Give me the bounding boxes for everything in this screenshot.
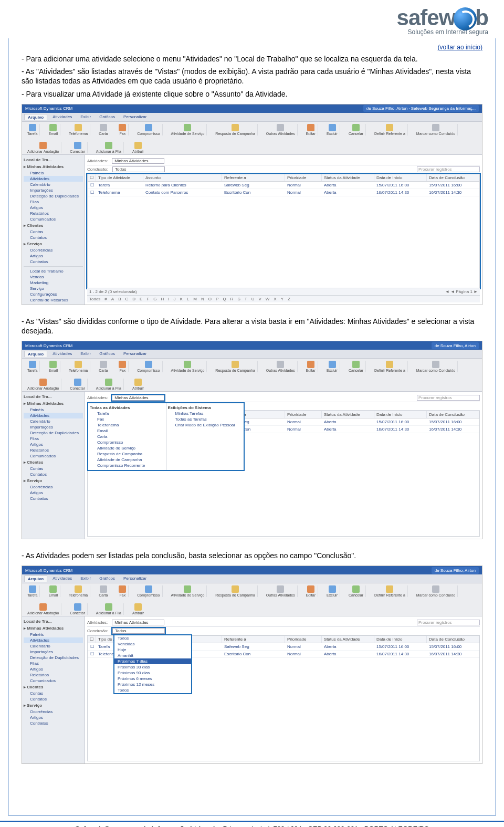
- sidebar-item[interactable]: Atividades: [24, 413, 83, 418]
- sidebar-item[interactable]: Calendário: [24, 182, 83, 187]
- ribbon-cmd[interactable]: Atividade de Serviço: [169, 361, 207, 372]
- ribbon-cmd[interactable]: Conectar: [68, 142, 87, 153]
- table-row[interactable]: ☐TarefaRetorno para ClientesSafeweb SegN…: [88, 182, 479, 189]
- ribbon-tabs[interactable]: Arquivo AtividadesExibir GráficosPersona…: [22, 113, 482, 122]
- logo-globe-icon: [454, 7, 477, 30]
- sidebar-item[interactable]: Artigos: [24, 442, 83, 447]
- ribbon-cmd[interactable]: Outras Atividades: [264, 585, 298, 597]
- view-dropdown-panel[interactable]: Todas as AtividadesTarefaFaxTelefonemaEm…: [87, 402, 245, 471]
- ribbon-cmd[interactable]: Adicionar Anotação: [25, 379, 61, 390]
- sidebar-item[interactable]: Comunicados: [24, 453, 83, 459]
- ribbon-cmd[interactable]: Excluir: [324, 124, 340, 135]
- ribbon-cmd[interactable]: Atividade de Serviço: [169, 124, 207, 135]
- nav-area[interactable]: Configurações: [24, 291, 83, 297]
- ribbon-cmd[interactable]: Resposta de Campanha: [213, 124, 258, 135]
- ribbon-cmd[interactable]: Fax: [117, 585, 129, 597]
- search-input[interactable]: Procurar registros: [417, 166, 480, 172]
- nav-area[interactable]: Marketing: [24, 280, 83, 286]
- nav-area[interactable]: Local de Trabalho: [24, 268, 83, 274]
- conclusao-dropdown[interactable]: Todos: [112, 628, 165, 634]
- ribbon-cmd[interactable]: Excluir: [324, 585, 340, 597]
- view-dropdown[interactable]: Minhas Atividades: [112, 158, 164, 164]
- sidebar-item[interactable]: Filas: [24, 199, 83, 205]
- ribbon-cmd[interactable]: Fax: [117, 124, 129, 135]
- table-row[interactable]: ☐TelefonemaContato com ParceirosEscritór…: [88, 189, 479, 196]
- nav-area[interactable]: Serviço: [24, 286, 83, 291]
- sidebar-item[interactable]: Filas: [24, 436, 83, 442]
- ribbon-cmd[interactable]: Conectar: [68, 603, 87, 615]
- ribbon-cmd[interactable]: Adicionar à Fila: [94, 379, 124, 390]
- ribbon-cmd[interactable]: Compromisso: [135, 585, 162, 597]
- sidebar-item[interactable]: Calendário: [24, 418, 83, 424]
- ribbon-cmd[interactable]: Outras Atividades: [264, 361, 298, 372]
- ribbon-cmd[interactable]: Definir Referente a: [372, 585, 408, 597]
- view-dropdown[interactable]: Minhas Atividades: [112, 395, 164, 401]
- ribbon-cmd[interactable]: Compromisso: [135, 124, 162, 135]
- sidebar-item[interactable]: Painéis: [24, 632, 83, 637]
- ribbon-cmd[interactable]: Email: [46, 361, 60, 372]
- ribbon-cmd[interactable]: Definir Referente a: [372, 124, 408, 135]
- ribbon-cmd[interactable]: Atribuir: [130, 142, 146, 153]
- sidebar-item[interactable]: Painéis: [24, 407, 83, 413]
- nav-area[interactable]: Vendas: [24, 274, 83, 280]
- sidebar-item[interactable]: Relatórios: [24, 447, 83, 453]
- ribbon-cmd[interactable]: Cancelar: [346, 361, 366, 372]
- ribbon-cmd[interactable]: Atribuir: [130, 603, 146, 615]
- sidebar-item[interactable]: Comunicados: [24, 678, 83, 684]
- sidebar-item[interactable]: Artigos: [24, 205, 83, 211]
- ribbon-cmd[interactable]: Atividade de Serviço: [169, 585, 207, 597]
- sidebar-item[interactable]: Atividades: [24, 176, 83, 182]
- ribbon-cmd[interactable]: Resposta de Campanha: [213, 361, 258, 372]
- ribbon-cmd[interactable]: Tarefa: [25, 361, 40, 372]
- ribbon-cmd[interactable]: Definir Referente a: [372, 361, 408, 372]
- ribbon-cmd[interactable]: Carta: [97, 361, 110, 372]
- ribbon-cmd[interactable]: Email: [46, 585, 60, 597]
- sidebar-item[interactable]: Comunicados: [24, 216, 83, 222]
- ribbon-cmd[interactable]: Editar: [304, 361, 318, 372]
- sidebar-item[interactable]: Detecção de Duplicidades: [24, 193, 83, 199]
- sidebar-item[interactable]: Detecção de Duplicidades: [24, 655, 83, 661]
- ribbon-cmd[interactable]: Outras Atividades: [264, 124, 298, 135]
- ribbon-cmd[interactable]: Telefonema: [67, 124, 90, 135]
- ribbon-cmd[interactable]: Fax: [117, 361, 129, 372]
- ribbon-cmd[interactable]: Telefonema: [67, 585, 90, 597]
- ribbon-cmd[interactable]: Tarefa: [25, 585, 40, 597]
- ribbon-cmd[interactable]: Tarefa: [25, 124, 40, 135]
- sidebar-item[interactable]: Relatórios: [24, 211, 83, 216]
- ribbon-cmd[interactable]: Telefonema: [67, 361, 90, 372]
- ribbon-cmd[interactable]: Compromisso: [135, 361, 162, 372]
- ribbon-cmd[interactable]: Email: [46, 124, 60, 135]
- back-to-top-link[interactable]: (voltar ao início): [22, 44, 482, 51]
- sidebar-item[interactable]: Relatórios: [24, 672, 83, 678]
- sidebar-item[interactable]: Importações: [24, 649, 83, 655]
- ribbon-cmd[interactable]: Cancelar: [346, 124, 366, 135]
- ribbon-cmd[interactable]: Adicionar à Fila: [94, 603, 124, 615]
- sidebar-item[interactable]: Artigos: [24, 666, 83, 672]
- ribbon-cmd[interactable]: Marcar como Concluído: [414, 124, 458, 135]
- sidebar-item[interactable]: Calendário: [24, 643, 83, 649]
- ribbon-cmd[interactable]: Resposta de Campanha: [213, 585, 258, 597]
- sidebar-item[interactable]: Atividades: [24, 637, 83, 643]
- ribbon-cmd[interactable]: Cancelar: [346, 585, 366, 597]
- nav-area[interactable]: Central de Recursos: [24, 297, 83, 303]
- activities-grid[interactable]: ☐Tipo de AtividadeAssuntoReferente aPrio…: [87, 174, 480, 288]
- ribbon-cmd[interactable]: Adicionar Anotação: [25, 142, 61, 153]
- sidebar-item[interactable]: Detecção de Duplicidades: [24, 430, 83, 436]
- ribbon-cmd[interactable]: Adicionar à Fila: [94, 142, 124, 153]
- ribbon-cmd[interactable]: Carta: [97, 124, 110, 135]
- conclusao-dropdown-panel[interactable]: TodosVencidasHojeAmanhãPróximos 7 diasPr…: [113, 634, 192, 694]
- ribbon-cmd[interactable]: Adicionar Anotação: [25, 603, 61, 615]
- ribbon-cmd[interactable]: Carta: [97, 585, 110, 597]
- ribbon-cmd[interactable]: Editar: [304, 124, 318, 135]
- ribbon-cmd[interactable]: Marcar como Concluído: [414, 585, 458, 597]
- ribbon-cmd[interactable]: Atribuir: [130, 379, 146, 390]
- sidebar-item[interactable]: Painéis: [24, 170, 83, 176]
- sidebar-item[interactable]: Importações: [24, 424, 83, 430]
- ribbon-cmd[interactable]: Conectar: [68, 379, 87, 390]
- ribbon-cmd[interactable]: Excluir: [324, 361, 340, 372]
- sidebar-item[interactable]: Filas: [24, 661, 83, 666]
- ribbon-cmd[interactable]: Marcar como Concluído: [414, 361, 458, 372]
- sidebar-item[interactable]: Importações: [24, 187, 83, 193]
- conclusao-dropdown[interactable]: Todos: [112, 166, 165, 172]
- ribbon-cmd[interactable]: Editar: [304, 585, 318, 597]
